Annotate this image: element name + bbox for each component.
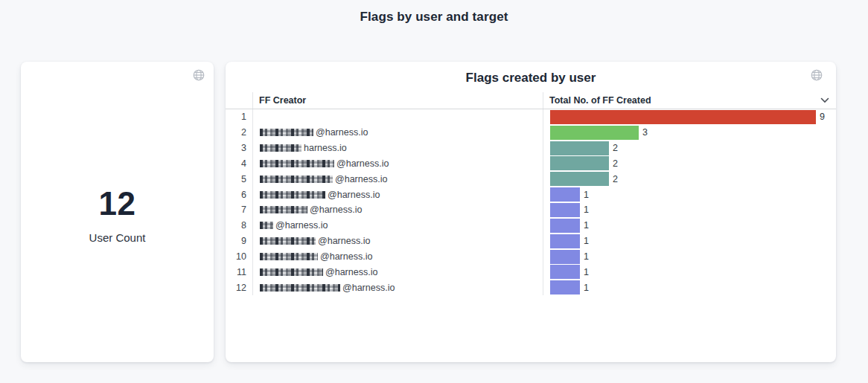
value-bar[interactable] [550,126,639,140]
table-row[interactable]: 12@harness.io1 [226,280,836,295]
kpi-widget: 12 User Count [21,62,214,362]
row-index: 9 [226,234,252,249]
ff-creator-cell: @harness.io [252,202,543,218]
table-row[interactable]: 4@harness.io2 [226,156,836,172]
redacted-name [260,222,273,229]
bar-value-label: 1 [584,190,589,200]
email-suffix: @harness.io [328,190,380,200]
redacted-name [260,191,325,199]
row-index: 1 [226,109,252,125]
user-count-value: 12 [99,185,136,222]
ff-creator-cell: @harness.io [252,280,543,295]
ff-creator-cell: @harness.io [252,156,543,172]
value-bar[interactable] [550,280,580,295]
column-header-total-label: Total No. of FF Created [549,95,651,106]
ff-creator-cell: @harness.io [252,218,543,234]
email-suffix: @harness.io [316,127,368,138]
redacted-name [260,237,316,245]
redacted-name [260,206,307,213]
globe-icon[interactable] [192,68,205,82]
table-row[interactable]: 19 [226,109,836,125]
bar-cell: 9 [543,109,836,125]
table-row[interactable]: 3harness.io2 [226,141,836,156]
bar-value-label: 1 [584,251,589,262]
bar-cell: 2 [543,171,836,187]
user-count-label: User Count [89,231,146,244]
table-row[interactable]: 5@harness.io2 [226,171,836,187]
bar-cell: 1 [543,187,836,202]
bar-value-label: 2 [613,158,618,169]
redacted-name [260,144,301,152]
bar-cell: 1 [543,249,836,265]
bar-cell: 1 [543,218,836,234]
bar-cell: 1 [543,264,836,280]
table-row[interactable]: 11@harness.io1 [226,264,836,280]
bar-value-label: 3 [642,127,648,138]
chart-title: Flags created by user [226,71,836,86]
row-index: 8 [226,218,252,234]
value-bar[interactable] [550,203,580,217]
row-index: 2 [226,125,252,141]
table-row[interactable]: 7@harness.io1 [226,202,836,218]
bar-value-label: 1 [584,267,589,277]
redacted-name [260,253,318,260]
table-row[interactable]: 6@harness.io1 [226,187,836,202]
table-body: 192@harness.io33harness.io24@harness.io2… [226,109,836,295]
email-suffix: @harness.io [335,174,387,184]
row-index: 4 [226,156,252,172]
ff-creator-cell: @harness.io [252,187,543,202]
redacted-name [260,284,340,292]
column-header-total-ff-created[interactable]: Total No. of FF Created [543,92,836,109]
bar-value-label: 1 [584,205,589,215]
redacted-name [260,160,334,167]
bar-value-label: 1 [584,236,589,246]
value-bar[interactable] [550,110,816,124]
redacted-name [260,129,313,136]
bar-value-label: 2 [613,174,618,184]
bar-cell: 1 [543,280,836,295]
column-header-index [226,92,252,109]
table-row[interactable]: 8@harness.io1 [226,218,836,234]
value-bar[interactable] [550,265,580,279]
table-row[interactable]: 2@harness.io3 [226,125,836,141]
ff-creator-cell: @harness.io [252,234,543,249]
bar-value-label: 2 [613,143,618,153]
redacted-name [260,268,323,276]
ff-creator-cell [252,109,543,125]
table-row[interactable]: 10@harness.io1 [226,249,836,265]
table-header-row: FF Creator Total No. of FF Created [226,92,836,109]
column-header-ff-creator[interactable]: FF Creator [252,92,543,109]
globe-icon[interactable] [810,68,823,82]
email-suffix: @harness.io [325,267,377,277]
row-index: 3 [226,141,252,156]
page-title: Flags by user and target [0,10,868,25]
email-suffix: @harness.io [318,236,370,246]
bar-cell: 2 [543,156,836,172]
value-bar[interactable] [550,234,580,248]
value-bar[interactable] [550,219,580,233]
bar-cell: 2 [543,141,836,156]
email-suffix: @harness.io [320,251,372,262]
email-suffix: @harness.io [275,220,328,231]
row-index: 5 [226,171,252,187]
bar-value-label: 1 [584,220,589,231]
row-index: 12 [226,280,252,295]
row-index: 6 [226,187,252,202]
ff-creator-cell: @harness.io [252,249,543,265]
value-bar[interactable] [550,250,580,264]
table-row[interactable]: 9@harness.io1 [226,234,836,249]
value-bar[interactable] [550,187,580,202]
bar-value-label: 9 [820,112,825,122]
ff-creator-cell: @harness.io [252,171,543,187]
value-bar[interactable] [550,156,609,170]
ff-creator-cell: @harness.io [252,125,543,141]
value-bar[interactable] [550,141,609,155]
flags-table: FF Creator Total No. of FF Created 192@h… [226,92,836,295]
value-bar[interactable] [550,172,609,186]
row-index: 7 [226,202,252,218]
column-header-ff-creator-label: FF Creator [259,95,306,106]
email-suffix: @harness.io [342,283,395,293]
user-count-card: 12 User Count [21,62,214,362]
chevron-down-icon[interactable] [820,97,829,103]
bar-cell: 1 [543,202,836,218]
